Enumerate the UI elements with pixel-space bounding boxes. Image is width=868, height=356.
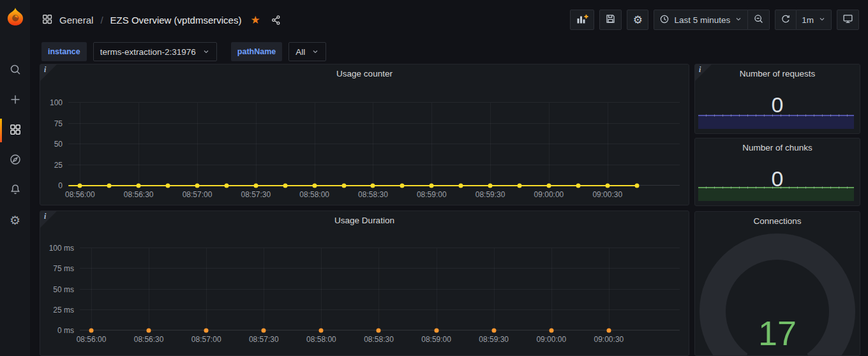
data-point xyxy=(377,329,381,333)
data-point xyxy=(312,184,317,188)
refresh-icon xyxy=(781,14,791,26)
instance-filter-label[interactable]: instance xyxy=(41,42,87,61)
gridline-vertical xyxy=(437,248,437,330)
star-icon[interactable]: ★ xyxy=(250,13,260,27)
gear-icon: ⚙ xyxy=(633,15,643,26)
pathname-filter-label[interactable]: pathName xyxy=(231,42,282,61)
x-axis-tick-label: 08:57:00 xyxy=(191,335,221,344)
sidebar-item-alerting[interactable] xyxy=(0,175,30,205)
add-panel-icon xyxy=(576,13,588,27)
data-point xyxy=(224,184,228,188)
data-point xyxy=(253,184,258,188)
breadcrumb-section[interactable]: General xyxy=(59,15,93,26)
sidebar-item-explore[interactable] xyxy=(0,145,30,175)
breadcrumb-separator: / xyxy=(100,15,103,26)
y-axis-tick-label: 100 ms xyxy=(49,244,74,253)
x-axis-tick-label: 09:00:00 xyxy=(536,335,566,344)
data-point xyxy=(549,329,553,333)
gridline-vertical xyxy=(315,103,315,186)
gridline-vertical xyxy=(206,248,207,330)
dashboard-grid-icon xyxy=(41,13,53,27)
series-line xyxy=(68,185,637,186)
sparkline-fill xyxy=(698,188,854,201)
data-point xyxy=(606,329,611,333)
grafana-logo[interactable] xyxy=(6,7,24,26)
sidebar-item-configuration[interactable]: ⚙ xyxy=(0,205,30,235)
dashboards-grid-icon xyxy=(9,123,22,138)
panel-title-usage-counter[interactable]: Usage counter xyxy=(40,69,689,78)
usage-counter-chart[interactable]: 025507510008:56:0008:56:3008:57:0008:57:… xyxy=(68,103,680,186)
x-axis-tick-label: 09:00:30 xyxy=(592,190,622,199)
chevron-down-icon xyxy=(735,15,742,25)
gridline-vertical xyxy=(378,248,379,330)
breadcrumb: General / EZS Overview (vptdmservices) ★ xyxy=(41,13,570,27)
y-axis-tick-label: 100 xyxy=(50,98,63,107)
gridline-vertical xyxy=(549,103,550,186)
x-axis-tick-label: 08:56:30 xyxy=(124,190,154,199)
usage-duration-chart[interactable]: 0 ms25 ms50 ms75 ms100 ms08:56:0008:56:3… xyxy=(80,248,680,330)
panel-title-number-of-chunks[interactable]: Number of chunks xyxy=(695,143,860,152)
requests-stat-value: 0 xyxy=(695,94,860,115)
right-column: i Number of requests 0 Number of chunks … xyxy=(694,64,860,356)
panel-title-number-of-requests[interactable]: Number of requests xyxy=(695,69,860,78)
info-glyph: i xyxy=(699,65,701,75)
panel-info-icon[interactable]: i xyxy=(695,64,712,81)
sidebar-item-create[interactable] xyxy=(0,85,30,115)
x-axis-tick-label: 08:56:30 xyxy=(134,335,164,344)
data-point xyxy=(89,329,94,333)
pathname-filter-select[interactable]: All xyxy=(288,42,326,61)
panel-title-usage-duration[interactable]: Usage Duration xyxy=(40,216,689,225)
time-range-picker[interactable]: Last 5 minutes xyxy=(654,10,748,30)
cycle-view-mode-button[interactable] xyxy=(837,10,859,30)
instance-filter-select[interactable]: terms-extraction-2:31976 xyxy=(93,42,217,61)
compass-icon xyxy=(9,153,22,168)
refresh-controls: 1m xyxy=(775,10,832,30)
panel-usage-duration: i Usage Duration 0 ms25 ms50 ms75 ms100 … xyxy=(40,211,689,356)
search-icon xyxy=(9,63,22,78)
refresh-interval-dropdown[interactable]: 1m xyxy=(797,10,832,30)
gridline-vertical xyxy=(373,103,373,186)
share-icon[interactable] xyxy=(271,15,281,26)
gridline-horizontal xyxy=(68,165,680,165)
info-glyph: i xyxy=(44,212,46,221)
sidebar-item-search[interactable] xyxy=(0,56,30,85)
refresh-button[interactable] xyxy=(775,10,797,30)
gridline-vertical xyxy=(608,103,608,186)
zoom-out-button[interactable] xyxy=(748,10,770,30)
data-point xyxy=(605,184,610,188)
data-point xyxy=(78,184,82,188)
data-point xyxy=(518,184,522,188)
save-dashboard-button[interactable] xyxy=(599,10,622,30)
data-point xyxy=(546,184,551,188)
add-panel-button[interactable] xyxy=(570,10,594,30)
gridline-vertical xyxy=(490,103,491,186)
requests-sparkline xyxy=(698,115,854,129)
data-point xyxy=(459,184,463,188)
grafana-flame-icon xyxy=(6,7,24,26)
gridline-horizontal xyxy=(80,248,680,248)
y-axis-tick-label: 50 xyxy=(54,140,63,149)
data-point xyxy=(195,184,200,188)
grafana-app: ⚙ General / EZS Overview (vptdmservices)… xyxy=(0,0,868,356)
dashboard-title[interactable]: EZS Overview (vptdmservices) xyxy=(110,15,242,26)
x-axis-tick-label: 08:57:00 xyxy=(183,190,213,199)
gridline-vertical xyxy=(494,248,495,330)
sparkline-points xyxy=(698,186,854,189)
gridline-vertical xyxy=(321,248,322,330)
panel-usage-counter: i Usage counter 025507510008:56:0008:56:… xyxy=(40,64,689,205)
panel-info-icon[interactable]: i xyxy=(40,211,57,228)
dashboard-toolbar: ⚙ Last 5 minutes xyxy=(570,10,859,30)
gear-icon: ⚙ xyxy=(10,214,20,226)
chevron-down-icon xyxy=(818,15,826,25)
sparkline-fill xyxy=(698,116,854,129)
filter-row: instance terms-extraction-2:31976 pathNa… xyxy=(30,40,868,64)
x-axis-tick-label: 08:56:00 xyxy=(65,190,95,199)
sidebar-nav: ⚙ xyxy=(0,56,30,235)
panel-info-icon[interactable]: i xyxy=(40,64,57,81)
panel-title-connections[interactable]: Connections xyxy=(695,216,860,226)
sidebar-item-dashboards[interactable] xyxy=(0,115,30,145)
gridline-vertical xyxy=(197,103,198,186)
dashboard-grid: i Usage counter 025507510008:56:0008:56:… xyxy=(30,64,868,356)
dashboard-settings-button[interactable]: ⚙ xyxy=(627,10,648,30)
instance-filter: instance terms-extraction-2:31976 xyxy=(41,42,217,61)
